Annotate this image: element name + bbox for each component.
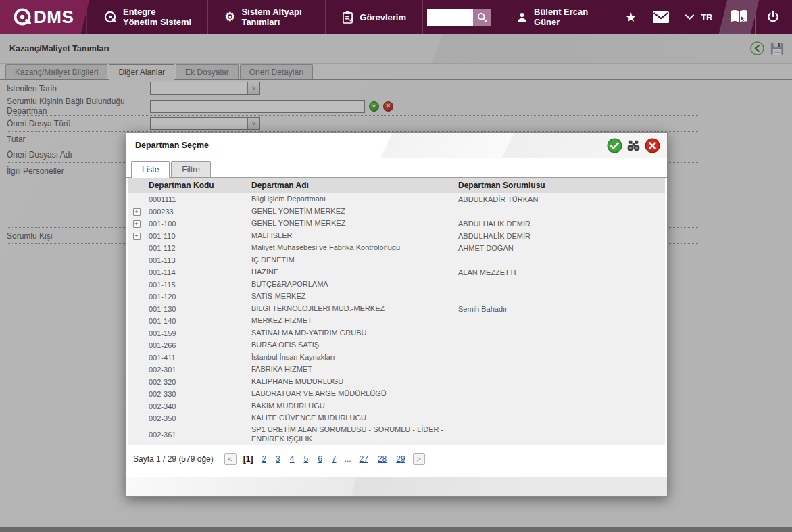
search-button[interactable] (473, 9, 491, 26)
cell-department-owner: ABDULHALİK DEMİR (458, 220, 665, 228)
column-header-departman-sorumlusu[interactable]: Departman Sorumlusu (458, 180, 665, 190)
pagination-ellipsis: ... (345, 454, 351, 464)
language-selector[interactable]: TR (685, 12, 712, 22)
cell-department-name: MALI ISLER (251, 231, 458, 241)
brand-logo[interactable]: DMS (0, 0, 86, 34)
expand-icon[interactable]: + (133, 208, 141, 216)
pagination-prev-button[interactable]: < (224, 453, 237, 465)
table-row[interactable]: + 001-112 Maliyet Muhasebesi ve Fabrika … (128, 242, 665, 254)
mail-icon[interactable] (653, 11, 669, 23)
language-code: TR (701, 12, 712, 22)
cell-department-owner: ABDULKADİR TÜRKAN (458, 195, 665, 203)
cell-department-name: BÜTÇE&RAPORLAMA (251, 279, 458, 290)
table-row[interactable]: + 001-130 BILGI TEKNOLOJILERI MUD.-MERKE… (128, 303, 665, 315)
pagination-page-link[interactable]: 4 (290, 454, 295, 464)
column-header-departman-kodu[interactable]: Departman Kodu (145, 180, 251, 190)
gear-icon: ⚙ (224, 11, 235, 23)
table-row[interactable]: + 001-113 İÇ DENETİM (128, 254, 665, 266)
table-row[interactable]: + 001-110 MALI ISLER ABDULHALİK DEMİR (128, 230, 665, 242)
logout-zone (755, 0, 792, 34)
tasks-clipboard-icon (342, 11, 353, 24)
cell-department-code: 002-320 (145, 378, 251, 386)
table-row[interactable]: + 001-115 BÜTÇE&RAPORLAMA (128, 279, 665, 291)
department-grid-body: + 0001111 Bilgi işlem Departmanı ABDULKA… (128, 193, 665, 445)
cell-department-code: 001-112 (145, 244, 251, 252)
pagination-page-link[interactable]: 28 (378, 454, 387, 464)
cell-department-name: Maliyet Muhasebesi ve Fabrika Kontrolörl… (251, 243, 458, 253)
cell-department-code: 001-100 (145, 220, 251, 228)
pagination-next-button[interactable]: > (413, 453, 425, 465)
menu-item-label: Entegre Yönetim Sistemi (123, 7, 191, 27)
table-row[interactable]: + 002-350 KALITE GÜVENCE MUDURLUGU (128, 412, 665, 425)
chevron-down-icon (685, 14, 694, 20)
table-row[interactable]: + 001-266 BURSA OFİS SATIŞ (128, 339, 665, 352)
table-row[interactable]: + 002-361 SP1 URETİM ALAN SORUMLUSU - SO… (128, 425, 665, 445)
user-icon (516, 11, 528, 23)
favorites-star-icon[interactable]: ★ (625, 11, 637, 24)
dialog-tab-filtre[interactable]: Filtre (171, 161, 211, 177)
dialog-tab-liste[interactable]: Liste (131, 161, 170, 178)
cell-department-code: 001-115 (145, 281, 251, 289)
table-row[interactable]: + 000233 GENEL YÖNETİM MERKEZ (128, 205, 665, 218)
binoculars-search-button[interactable] (626, 138, 641, 153)
cell-department-code: 002-301 (145, 366, 251, 374)
table-row[interactable]: + 001-100 GENEL YÖNETIM-MERKEZ ABDULHALİ… (128, 218, 665, 230)
cell-department-code: 001-113 (145, 256, 251, 264)
dialog-filler (126, 465, 667, 477)
table-row[interactable]: + 002-320 KALIPHANE MUDURLUGU (128, 376, 665, 388)
table-row[interactable]: + 002-301 FABRIKA HIZMET (128, 364, 665, 376)
table-row[interactable]: + 001-114 HAZİNE ALAN MEZZETTI (128, 266, 665, 279)
pagination-summary: Sayfa 1 / 29 (579 öğe) (133, 454, 214, 464)
cell-department-code: 002-361 (145, 431, 251, 439)
power-icon[interactable] (766, 10, 780, 24)
cell-department-code: 002-340 (145, 402, 251, 410)
pagination-page-link[interactable]: 3 (276, 454, 280, 464)
user-menu[interactable]: Bülent Ercan Güner (501, 0, 614, 34)
logo-text: DMS (34, 7, 74, 28)
cell-department-name: FABRIKA HIZMET (251, 364, 458, 375)
pagination-page-link[interactable]: 29 (396, 454, 405, 464)
cell-department-code: 001-266 (145, 341, 251, 349)
cell-department-owner: ALAN MEZZETTI (458, 268, 665, 276)
search-input[interactable] (427, 9, 473, 26)
cell-department-owner: AHMET DOĞAN (458, 244, 665, 252)
close-button[interactable] (645, 138, 660, 153)
header-icon-group: ★ TR (614, 0, 723, 34)
pagination-page-link[interactable]: 27 (360, 454, 368, 464)
column-header-departman-adi[interactable]: Departman Adı (251, 180, 458, 190)
pagination: Sayfa 1 / 29 (579 öğe) < [1] 234567...27… (126, 445, 667, 465)
table-row[interactable]: + 001-140 MERKEZ HIZMET (128, 315, 665, 327)
confirm-button[interactable] (607, 138, 622, 153)
table-row[interactable]: + 001-159 SATINALMA MD-YATIRIM GRUBU (128, 327, 665, 339)
cell-department-code: 0001111 (145, 195, 251, 203)
application-window: DMS Entegre Yönetim Sistemi ⚙ Sistem Alt… (0, 0, 792, 532)
cell-department-name: SATIS-MERKEZ (251, 291, 458, 302)
table-row[interactable]: + 002-340 BAKIM MUDURLUGU (128, 400, 665, 412)
cell-department-code: 001-114 (145, 268, 251, 276)
table-row[interactable]: + 0001111 Bilgi işlem Departmanı ABDULKA… (128, 193, 665, 205)
pagination-page-link[interactable]: 5 (303, 454, 308, 464)
pagination-page-link[interactable]: 7 (332, 454, 337, 464)
cell-department-code: 002-350 (145, 414, 251, 422)
table-row[interactable]: + 001-411 İstanbul İnsan Kaynakları (128, 352, 665, 364)
pagination-page-link[interactable]: 2 (262, 454, 266, 464)
cell-department-owner: ABDULHALİK DEMİR (458, 232, 665, 240)
menu-item-sistem-altyapi-tanimlari[interactable]: ⚙ Sistem Altyapı Tanımları (208, 0, 326, 34)
help-guide-block[interactable] (723, 0, 755, 34)
cell-department-code: 001-120 (145, 293, 251, 301)
pagination-page-link[interactable]: 6 (318, 454, 322, 464)
table-row[interactable]: + 002-330 LABORATUAR VE ARGE MÜDÜRLÜGÜ (128, 388, 665, 400)
table-row[interactable]: + 001-120 SATIS-MERKEZ (128, 291, 665, 303)
menu-item-gorevlerim[interactable]: Görevlerim (326, 0, 423, 34)
cell-department-name: İÇ DENETİM (251, 255, 458, 266)
cell-department-code: 001-159 (145, 329, 251, 337)
cell-department-name: GENEL YÖNETİM MERKEZ (251, 206, 458, 217)
pagination-current-page: [1] (243, 454, 253, 464)
cell-department-code: 000233 (145, 208, 251, 216)
integrated-system-icon (103, 10, 117, 24)
expand-icon[interactable]: + (133, 220, 141, 228)
menu-item-entegre-yonetim-sistemi[interactable]: Entegre Yönetim Sistemi (86, 0, 208, 34)
cell-department-name: MERKEZ HIZMET (251, 316, 458, 327)
cell-department-name: SATINALMA MD-YATIRIM GRUBU (251, 328, 458, 339)
expand-icon[interactable]: + (133, 233, 141, 240)
